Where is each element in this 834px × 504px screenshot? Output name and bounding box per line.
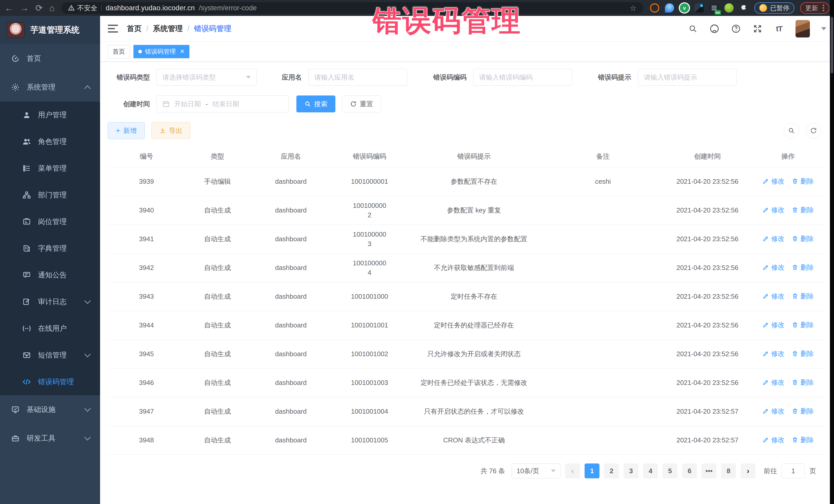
delete-link[interactable]: 删除 <box>792 349 814 358</box>
edit-link[interactable]: 修改 <box>762 349 785 358</box>
page-button-2[interactable]: 2 <box>604 463 619 478</box>
github-icon[interactable] <box>709 24 720 34</box>
font-size-icon[interactable]: tT <box>774 24 784 34</box>
extensions-puzzle-icon[interactable] <box>739 3 749 13</box>
delete-link[interactable]: 删除 <box>792 205 814 215</box>
sidebar-item-在线用户[interactable]: 在线用户 <box>0 315 100 342</box>
page-button-6[interactable]: 6 <box>682 463 697 478</box>
add-button[interactable]: + 新增 <box>108 122 145 139</box>
sidebar-item-菜单管理[interactable]: 菜单管理 <box>0 155 100 182</box>
sidebar-item-用户管理[interactable]: 用户管理 <box>0 102 100 128</box>
delete-label: 删除 <box>800 407 814 416</box>
not-secure-label[interactable]: 不安全 <box>68 4 97 13</box>
error-msg-input[interactable]: 请输入错误码提示 <box>638 69 737 86</box>
warning-icon <box>68 5 75 11</box>
forward-icon[interactable]: → <box>20 4 29 12</box>
refresh-table-button[interactable] <box>806 123 821 138</box>
tag-error-code[interactable]: 错误码管理 ✕ <box>133 45 190 58</box>
sidebar-item-短信管理[interactable]: 短信管理 <box>0 342 100 369</box>
prev-page-button[interactable]: ‹ <box>565 463 580 478</box>
back-icon[interactable]: ← <box>5 4 13 12</box>
page-button-5[interactable]: 5 <box>663 463 678 478</box>
url-path: /system/error-code <box>199 4 257 12</box>
scrollbar-thumb[interactable] <box>831 17 833 73</box>
delete-link[interactable]: 删除 <box>792 292 814 301</box>
error-code-input[interactable]: 请输入错误码编码 <box>473 69 572 86</box>
sidebar-item-错误码管理[interactable]: 错误码管理 <box>0 369 100 395</box>
user-avatar[interactable] <box>795 20 810 38</box>
row-code: 1001001005 <box>332 426 407 455</box>
window-scrollbar[interactable] <box>830 0 834 504</box>
breadcrumb-section[interactable]: 系统管理 <box>153 24 183 34</box>
sidebar-item-岗位管理[interactable]: 岗位管理 <box>0 209 100 235</box>
reset-button[interactable]: 重置 <box>342 95 381 112</box>
sidebar-item-部门管理[interactable]: 部门管理 <box>0 182 100 209</box>
error-type-select[interactable]: 请选择错误码类型 <box>156 69 257 86</box>
sidebar-item-研发工具[interactable]: 研发工具 <box>0 424 100 453</box>
delete-link[interactable]: 删除 <box>792 436 814 444</box>
app-name-input[interactable]: 请输入应用名 <box>308 69 407 86</box>
show-search-button[interactable] <box>784 123 799 138</box>
page-button-8[interactable]: 8 <box>721 463 736 478</box>
delete-link[interactable]: 删除 <box>792 263 814 272</box>
extension-key-icon[interactable] <box>724 3 734 13</box>
profile-chip[interactable]: 已暂停 <box>754 2 794 14</box>
avatar-caret-icon[interactable] <box>821 27 826 30</box>
edit-link[interactable]: 修改 <box>762 407 785 416</box>
breadcrumb-home[interactable]: 首页 <box>127 24 142 34</box>
edit-link[interactable]: 修改 <box>762 205 785 215</box>
delete-link[interactable]: 删除 <box>792 234 814 243</box>
extension-grid-icon[interactable] <box>695 3 704 13</box>
page-button-4[interactable]: 4 <box>643 463 658 478</box>
delete-link[interactable]: 删除 <box>792 378 814 387</box>
hamburger-icon[interactable] <box>108 25 118 32</box>
bookmark-star-icon[interactable]: ☆ <box>630 4 637 13</box>
sidebar-logo[interactable]: 芋道管理系统 <box>0 16 100 44</box>
delete-label: 删除 <box>800 321 814 329</box>
row-type: 自动生成 <box>185 397 250 426</box>
sidebar-item-角色管理[interactable]: 角色管理 <box>0 128 100 155</box>
sidebar-item-系统管理[interactable]: 系统管理 <box>0 73 100 102</box>
next-page-button[interactable]: › <box>741 463 755 478</box>
search-icon[interactable] <box>688 24 698 34</box>
edit-link[interactable]: 修改 <box>762 177 785 186</box>
extension-orange-icon[interactable] <box>650 3 659 13</box>
reload-icon[interactable]: ⟳ <box>36 4 43 12</box>
page-size-select[interactable]: 10条/页 <box>512 463 561 478</box>
delete-link[interactable]: 删除 <box>792 321 814 329</box>
address-bar[interactable]: 不安全 dashboard.yudao.iocoder.cn/system/er… <box>61 2 643 14</box>
sidebar-item-通知公告[interactable]: 通知公告 <box>0 262 100 288</box>
edit-link[interactable]: 修改 <box>762 263 785 272</box>
edit-link[interactable]: 修改 <box>762 234 785 243</box>
date-range-picker[interactable]: 开始日期 - 结束日期 <box>156 95 289 112</box>
sidebar-item-首页[interactable]: 首页 <box>0 44 100 73</box>
extension-tampermonkey-icon[interactable]: on <box>709 3 719 13</box>
edit-link[interactable]: 修改 <box>762 321 785 329</box>
sidebar-item-字典管理[interactable]: 字典管理 <box>0 235 100 262</box>
browser-menu-icon[interactable] <box>823 5 824 11</box>
export-button[interactable]: 导出 <box>151 122 191 139</box>
delete-link[interactable]: 删除 <box>792 407 814 416</box>
fullscreen-icon[interactable] <box>752 24 763 34</box>
sidebar-item-审计日志[interactable]: 审计日志 <box>0 288 100 315</box>
row-code: 1001001003 <box>332 369 407 397</box>
extension-drop-icon[interactable] <box>665 3 674 13</box>
tag-close-icon[interactable]: ✕ <box>180 48 184 55</box>
sidebar-item-基础设施[interactable]: 基础设施 <box>0 395 100 424</box>
help-icon[interactable] <box>731 24 741 34</box>
delete-link[interactable]: 删除 <box>792 177 814 186</box>
goto-page-input[interactable]: 1 <box>782 463 805 478</box>
page-button-1[interactable]: 1 <box>585 463 599 478</box>
extension-green-icon[interactable]: v <box>680 3 689 13</box>
update-chip[interactable]: 更新 <box>800 2 829 14</box>
edit-link[interactable]: 修改 <box>762 292 785 301</box>
home-icon[interactable]: ⌂ <box>49 4 55 12</box>
edit-link[interactable]: 修改 <box>762 436 785 444</box>
table-row: 3942自动生成dashboard100100000 4不允许获取敏感配置到前端… <box>108 254 826 282</box>
tag-home[interactable]: 首页 <box>108 45 130 58</box>
row-code: 1001001001 <box>332 311 407 340</box>
page-ellipsis[interactable]: ••• <box>702 463 717 478</box>
edit-link[interactable]: 修改 <box>762 378 785 387</box>
search-button[interactable]: 搜索 <box>297 95 335 112</box>
page-button-3[interactable]: 3 <box>623 463 638 478</box>
